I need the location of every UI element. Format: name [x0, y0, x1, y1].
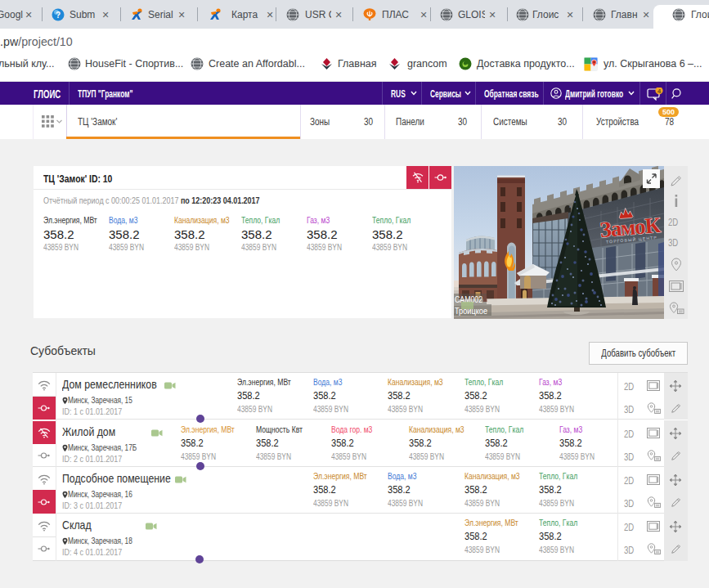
svg-text:?: ? [56, 11, 61, 20]
svg-text:Троицкое: Троицкое [455, 306, 487, 316]
